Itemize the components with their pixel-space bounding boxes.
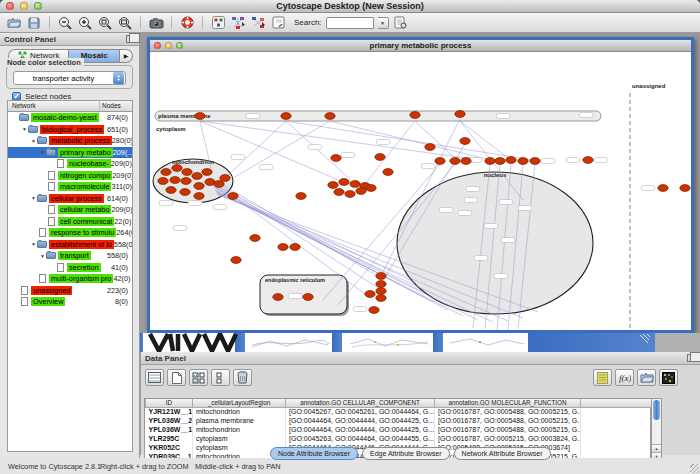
graph-node[interactable] (518, 158, 528, 165)
table-row[interactable]: YPL036W__1mitochondrion[GO:0044464, GO:0… (146, 425, 653, 434)
tree-row[interactable]: macromolecule311(0) (8, 181, 132, 193)
graph-node[interactable] (485, 158, 495, 165)
table-scrollbar[interactable]: ▲ ▼ (651, 398, 662, 461)
graph-node[interactable] (220, 175, 230, 182)
save-icon[interactable] (26, 15, 42, 30)
new-attribute-icon[interactable] (167, 369, 186, 386)
graph-node[interactable] (375, 154, 385, 161)
unselect-attributes-icon[interactable] (211, 369, 230, 386)
browser-tab[interactable]: Node Attribute Browser (270, 447, 358, 460)
graph-node[interactable] (158, 178, 168, 185)
table-column-header[interactable] (581, 399, 653, 407)
help-lifering-icon[interactable] (179, 15, 195, 30)
graph-node[interactable] (435, 158, 445, 165)
tree-row[interactable]: secretion41(0) (8, 262, 132, 274)
table-row[interactable]: YPL036W__2plasma membrane[GO:0044464, GO… (146, 416, 653, 425)
tree-column-network[interactable]: Network (8, 101, 100, 111)
graph-node[interactable] (495, 158, 505, 165)
function-builder-icon[interactable]: f(x) (615, 369, 634, 386)
graph-node[interactable] (194, 183, 204, 190)
attribute-table-icon[interactable] (145, 369, 164, 386)
graph-node[interactable] (182, 169, 192, 176)
tree-row[interactable]: ▼transport558(0) (8, 250, 132, 262)
graph-node[interactable] (680, 185, 690, 192)
tree-row[interactable]: Overview8(0) (8, 296, 132, 308)
region-plasma-membrane[interactable] (155, 111, 601, 121)
table-row[interactable]: YJR121W__1mitochondrion[GO:0045267, GO:0… (146, 407, 653, 416)
tree-row[interactable]: nucleobase-209(0) (8, 158, 132, 170)
tree-row[interactable]: ▼metabolic process280(0) (8, 135, 132, 147)
table-column-header[interactable]: annotation.GO CELLULAR_COMPONENT (286, 399, 435, 407)
matrix-icon[interactable] (659, 369, 678, 386)
browser-tab[interactable]: Network Attribute Browser (454, 447, 551, 460)
graph-node[interactable] (328, 182, 338, 189)
region-nucleus[interactable] (397, 172, 593, 314)
node-color-dropdown[interactable]: transporter activity ▲▼ (13, 71, 126, 85)
graph-node[interactable] (195, 113, 205, 120)
tree-expander-icon[interactable]: ▼ (30, 138, 37, 144)
tree-expander-icon[interactable]: ▼ (21, 126, 28, 132)
graph-node[interactable] (339, 179, 349, 186)
layout-network-icon[interactable] (230, 15, 246, 30)
attribute-list-icon[interactable] (593, 369, 612, 386)
tree-column-nodes[interactable]: Nodes (100, 101, 132, 111)
graph-node[interactable] (460, 138, 470, 145)
vizmapper-icon[interactable] (210, 15, 226, 30)
browser-tab[interactable]: Edge Attribute Browser (362, 447, 450, 460)
tree-row[interactable]: nitrogen compo209(0) (8, 170, 132, 182)
advanced-search-icon[interactable] (393, 15, 409, 30)
graph-node[interactable] (345, 191, 355, 198)
graph-node[interactable] (303, 294, 313, 301)
graph-node[interactable] (366, 185, 376, 192)
resize-grip[interactable] (690, 464, 699, 473)
graph-node[interactable] (450, 158, 460, 165)
table-row[interactable]: YLR295Ccytoplasm[GO:0045263, GO:0044464,… (146, 434, 653, 443)
tree-row[interactable]: cellular metabo209(0) (8, 204, 132, 216)
graph-node[interactable] (350, 181, 360, 188)
tree-expander-icon[interactable]: ▼ (39, 149, 46, 155)
tree-row[interactable]: cell communicat22(0) (8, 216, 132, 228)
open-file-icon[interactable] (6, 15, 22, 30)
graph-node[interactable] (161, 169, 171, 176)
scroll-up-icon[interactable]: ▲ (652, 444, 661, 452)
float-panel-icon[interactable] (687, 354, 696, 362)
graph-node[interactable] (376, 288, 386, 295)
search-input[interactable] (326, 17, 374, 29)
graph-node[interactable] (334, 189, 344, 196)
graph-node[interactable] (331, 155, 341, 162)
tab-overflow-arrow[interactable]: ▶ (120, 49, 133, 63)
tree-row[interactable]: ▼primary metabo209(... (8, 147, 132, 159)
graph-node[interactable] (278, 244, 288, 251)
tree-expander-icon[interactable]: ▼ (30, 195, 37, 201)
graph-node[interactable] (296, 193, 306, 200)
zoom-out-icon[interactable] (57, 15, 73, 30)
graph-node[interactable] (172, 165, 182, 172)
graph-node[interactable] (410, 112, 420, 119)
tree-expander-icon[interactable]: ▼ (30, 241, 37, 247)
zoom-in-icon[interactable] (77, 15, 93, 30)
table-column-header[interactable]: annotation.GO MOLECULAR_FUNCTION (435, 399, 581, 407)
graph-node[interactable] (325, 113, 335, 120)
graph-node[interactable] (369, 307, 379, 314)
table-column-header[interactable]: _cellularLayoutRegion (193, 399, 286, 407)
tree-row[interactable]: response to stimulu264(0) (8, 227, 132, 239)
graph-node[interactable] (461, 158, 471, 165)
graph-node[interactable] (202, 169, 212, 176)
table-column-header[interactable]: ID (146, 399, 193, 407)
network-tree-header[interactable]: Network Nodes (8, 101, 132, 112)
graph-node[interactable] (425, 144, 435, 151)
graph-node[interactable] (281, 113, 291, 120)
graph-node[interactable] (376, 281, 386, 288)
graph-node[interactable] (530, 158, 540, 165)
graph-node[interactable] (231, 257, 241, 264)
edit-network-icon[interactable] (250, 15, 266, 30)
graph-node[interactable] (658, 185, 668, 192)
tree-row[interactable]: mosaic-demo-yeast874(0) (8, 112, 132, 124)
select-attributes-icon[interactable] (189, 369, 208, 386)
graph-node[interactable] (180, 189, 190, 196)
graph-node[interactable] (273, 294, 283, 301)
graph-node[interactable] (192, 173, 202, 180)
graph-node[interactable] (383, 169, 393, 176)
graph-node[interactable] (228, 193, 238, 200)
attribute-table-header-row[interactable]: ID_cellularLayoutRegionannotation.GO CEL… (146, 399, 653, 407)
